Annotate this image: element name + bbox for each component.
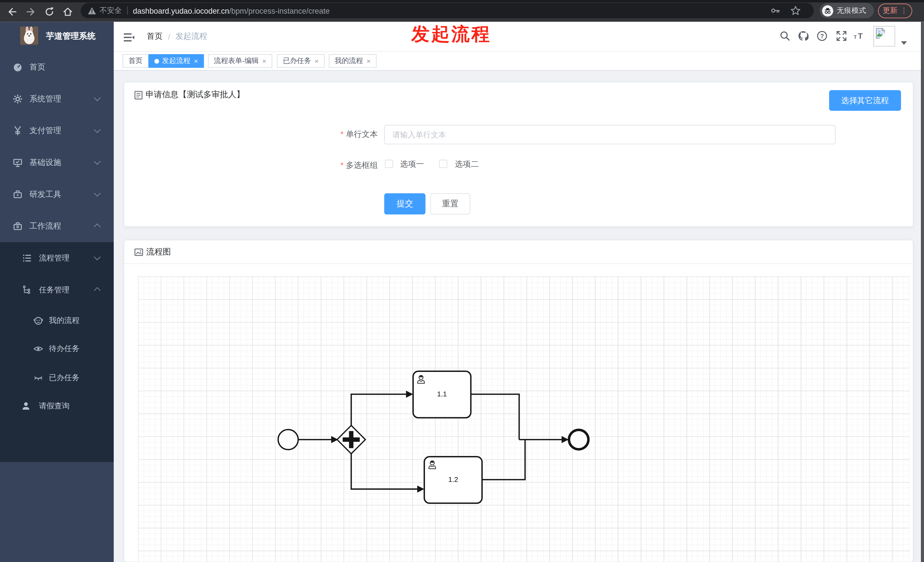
submit-button[interactable]: 提交 — [384, 193, 426, 214]
url-path: /bpm/process-instance/create — [229, 6, 330, 15]
picture-icon — [134, 248, 143, 256]
incognito-badge: 无痕模式 — [820, 3, 874, 18]
security-label: 不安全 — [99, 6, 122, 16]
checkbox-option-2-label[interactable]: 选项二 — [455, 159, 479, 169]
bpmn-user-task-1-2: 1.2 — [424, 457, 482, 503]
browser-forward-icon[interactable] — [26, 6, 36, 17]
incognito-icon — [822, 5, 833, 16]
incognito-label: 无痕模式 — [837, 6, 866, 16]
sidebar-item-home[interactable]: 首页 — [0, 51, 114, 83]
sidebar-item-system-management[interactable]: 系统管理 — [0, 83, 114, 115]
diagram-card: 流程图 — [124, 240, 914, 562]
tab-form-edit[interactable]: 流程表单-编辑 × — [208, 54, 272, 68]
fullscreen-icon[interactable] — [836, 31, 847, 41]
tab-done-tasks[interactable]: 已办任务 × — [277, 54, 325, 68]
browser-toolbar: 不安全 dashboard.yudao.iocoder.cn/bpm/proce… — [0, 0, 924, 22]
sidebar-item-process-management[interactable]: 流程管理 — [0, 244, 114, 272]
github-icon[interactable] — [798, 31, 808, 41]
sidebar-logo-row[interactable]: 芋道管理系统 — [0, 22, 114, 50]
tab-my-processes[interactable]: 我的流程 × — [329, 54, 377, 68]
browser-back-icon[interactable] — [7, 6, 18, 17]
arrowhead — [406, 391, 413, 398]
tab-label: 首页 — [129, 56, 143, 66]
eye-open-icon — [34, 344, 43, 354]
font-size-icon[interactable]: T T — [854, 31, 864, 41]
flow-list-icon — [22, 253, 32, 263]
eye-closed-icon — [34, 373, 43, 382]
checkbox-option-1[interactable] — [385, 160, 393, 168]
checkbox-group-label: *多选框组 — [298, 160, 378, 171]
close-icon[interactable]: × — [366, 58, 371, 65]
close-icon[interactable]: × — [315, 58, 319, 65]
text-field-label: *单行文本 — [298, 129, 378, 139]
tab-label: 我的流程 — [334, 56, 363, 66]
svg-text:?: ? — [820, 33, 824, 40]
sidebar-item-label: 工作流程 — [29, 221, 61, 231]
bpmn-canvas: 1.1 1.2 — [138, 276, 910, 562]
arrowhead — [561, 436, 568, 443]
page-content: 申请信息【测试多审批人】 选择其它流程 *单行文本 *多选框组 选项一 选项二 … — [114, 70, 924, 562]
breadcrumb-separator: / — [168, 32, 170, 41]
checkbox-option-1-label[interactable]: 选项一 — [400, 159, 424, 169]
breadcrumb-home[interactable]: 首页 — [147, 31, 163, 42]
diagram-card-header: 流程图 — [124, 241, 913, 264]
sidebar-item-label: 基础设施 — [29, 157, 61, 168]
edge-gateway-to-task1 — [351, 394, 407, 426]
sidebar-item-todo-tasks[interactable]: 待办任务 — [0, 334, 114, 363]
sidebar-item-task-management[interactable]: 任务管理 — [0, 276, 114, 304]
update-label: 更新 — [883, 6, 897, 16]
sidebar-item-label: 研发工具 — [29, 189, 61, 200]
search-icon[interactable] — [780, 31, 790, 41]
tab-home[interactable]: 首页 — [123, 54, 148, 68]
required-mark: * — [340, 130, 344, 138]
single-line-text-input[interactable] — [384, 125, 836, 144]
choose-other-process-button[interactable]: 选择其它流程 — [829, 90, 901, 111]
browser-menu-icon[interactable]: ⋮ — [900, 7, 908, 14]
browser-home-icon[interactable] — [62, 6, 73, 17]
close-icon[interactable]: × — [262, 58, 267, 65]
document-icon — [134, 90, 142, 99]
chevron-down-icon — [94, 94, 100, 101]
browser-update-button[interactable]: 更新 ⋮ — [878, 3, 912, 18]
bpmn-parallel-gateway — [337, 426, 365, 454]
close-icon[interactable]: × — [194, 58, 198, 65]
gear-icon — [13, 94, 22, 104]
sidebar-item-payment-management[interactable]: 支付管理 — [0, 115, 114, 147]
chevron-down-icon — [94, 126, 100, 133]
sidebar-item-label: 首页 — [29, 62, 45, 72]
sidebar-collapse-icon[interactable] — [124, 33, 134, 43]
bookmark-star-icon[interactable] — [790, 5, 801, 16]
reset-button[interactable]: 重置 — [430, 193, 470, 214]
edge-task2-to-join — [482, 439, 525, 480]
tab-start-process[interactable]: 发起流程 × — [148, 54, 204, 68]
edge-gateway-to-task2 — [351, 453, 418, 489]
browser-address-bar[interactable]: 不安全 dashboard.yudao.iocoder.cn/bpm/proce… — [81, 3, 814, 18]
sidebar-item-label: 我的流程 — [49, 315, 80, 326]
sidebar-item-dev-tools[interactable]: 研发工具 — [0, 178, 114, 210]
sidebar-item-leave-query[interactable]: 请假查询 — [0, 392, 114, 420]
sidebar-item-workflow[interactable]: 工作流程 — [0, 210, 114, 242]
url-domain: dashboard.yudao.iocoder.cn — [133, 6, 229, 15]
active-tab-dot — [154, 59, 159, 64]
window-top-edge — [0, 0, 924, 2]
sidebar-item-label: 任务管理 — [39, 285, 69, 295]
monitor-icon — [13, 158, 22, 167]
avatar-dropdown-caret[interactable] — [901, 41, 907, 45]
help-icon[interactable]: ? — [817, 31, 827, 41]
sidebar-item-done-tasks[interactable]: 已办任务 — [0, 364, 114, 392]
omnibox-divider — [127, 6, 128, 15]
browser-reload-icon[interactable] — [44, 6, 55, 17]
security-warning-icon — [88, 7, 96, 15]
tab-label: 流程表单-编辑 — [214, 56, 259, 66]
checkbox-option-2[interactable] — [439, 160, 447, 168]
avatar[interactable] — [873, 25, 895, 46]
tab-label: 发起流程 — [162, 56, 190, 66]
form-card: 申请信息【测试多审批人】 选择其它流程 *单行文本 *多选框组 选项一 选项二 … — [124, 82, 914, 227]
sidebar-item-infrastructure[interactable]: 基础设施 — [0, 147, 114, 179]
sidebar-item-my-processes[interactable]: 我的流程 — [0, 306, 114, 334]
page-scrollbar[interactable] — [921, 22, 924, 562]
form-card-title: 申请信息【测试多审批人】 — [146, 90, 244, 100]
url-text: dashboard.yudao.iocoder.cn/bpm/process-i… — [133, 6, 330, 15]
password-key-icon[interactable] — [770, 5, 781, 16]
chevron-down-icon — [94, 158, 100, 165]
